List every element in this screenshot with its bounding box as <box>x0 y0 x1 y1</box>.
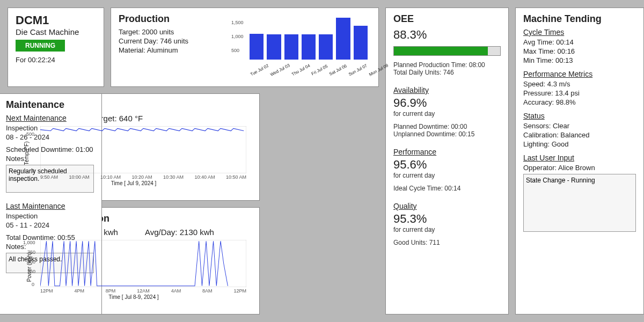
oee-ppt: Planned Production Time: 08:00 <box>393 61 501 69</box>
oee-value: 88.3% <box>393 28 501 42</box>
oee-tdu: Total Daily Units: 746 <box>393 69 501 76</box>
good-units: Good Units: 711 <box>393 239 501 246</box>
operator: Opperator: Alice Brown <box>523 164 636 172</box>
quality-value: 95.3% <box>393 212 501 226</box>
next-maint-header: Next Maintenance <box>6 114 94 122</box>
quality-header: Quality <box>393 202 501 210</box>
st-sensors: Sensors: Clear <box>523 122 636 130</box>
availability-value: 96.9% <box>393 96 501 110</box>
ct-min: Min Time: 00:13 <box>523 56 636 64</box>
performance-value: 95.6% <box>393 158 501 172</box>
machine-desc: Die Cast Machine <box>16 27 96 36</box>
power-avg: Avg/Day: 2130 kwh <box>145 228 214 237</box>
st-calibration: Calibration: Balanced <box>523 131 636 139</box>
planned-downtime: Planned Downtime: 00:00 <box>393 123 501 130</box>
power-chart: Power (kwh) 1,000 750 500 250 0 12PM 4PM… <box>16 240 252 299</box>
performance-sub: for current day <box>393 172 501 179</box>
production-bar-chart: 1,5001,000500 Tue Jul 02 Wed Jul 03 Thu … <box>231 13 371 72</box>
production-target: Target: 2000 units <box>119 28 226 36</box>
tending-card: Machine Tending Cycle Times Avg Time: 00… <box>515 8 644 314</box>
ideal-cycle-time: Ideal Cycle Time: 00:14 <box>393 185 501 192</box>
cycle-times-header: Cycle Times <box>523 28 636 36</box>
availability-sub: for current day <box>393 110 501 118</box>
oee-progress-bar <box>393 46 501 56</box>
perf-metrics-header: Performance Metrics <box>523 70 636 78</box>
machine-id: DCM1 <box>16 13 96 27</box>
quality-sub: for current day <box>393 226 501 233</box>
activity-log-textarea[interactable] <box>523 174 636 232</box>
last-maint-type: Inspection <box>6 212 94 220</box>
pm-accuracy: Accuracy: 98.8% <box>523 98 636 106</box>
unplanned-downtime: Unplanned Downtime: 00:15 <box>393 130 501 138</box>
maintenance-title: Maintenance <box>6 99 94 111</box>
machine-card: DCM1 Die Cast Machine RUNNING For 00:22:… <box>8 8 104 87</box>
production-material: Material: Aluminum <box>119 46 226 54</box>
machine-uptime: For 00:22:24 <box>16 56 96 64</box>
performance-header: Performance <box>393 148 501 156</box>
last-maint-header: Last Maintenance <box>6 202 94 210</box>
last-maint-date: 05 - 11 - 2024 <box>6 221 94 229</box>
st-lighting: Lighting: Good <box>523 140 636 148</box>
production-title: Production <box>119 13 226 25</box>
pm-pressure: Pressure: 13.4 psi <box>523 89 636 97</box>
oee-title: OEE <box>393 13 501 25</box>
status-badge: RUNNING <box>16 40 65 52</box>
ct-max: Max Time: 00:16 <box>523 47 636 55</box>
production-current: Current Day: 746 units <box>119 37 226 45</box>
availability-header: Availability <box>393 86 501 94</box>
ct-avg: Avg Time: 00:14 <box>523 38 636 46</box>
temperature-chart: Temp (°F) 500 0 9:50 AM 10:00 AM 10:10 A… <box>16 126 252 185</box>
status-header: Status <box>523 112 636 120</box>
tending-title: Machine Tending <box>523 13 636 25</box>
pm-speed: Speed: 4.3 m/s <box>523 80 636 88</box>
production-card: Production Target: 2000 units Current Da… <box>111 8 379 87</box>
oee-card: OEE 88.3% Planned Production Time: 08:00… <box>385 8 509 314</box>
svg-rect-0 <box>40 126 246 173</box>
last-user-input-header: Last User Input <box>523 153 636 162</box>
